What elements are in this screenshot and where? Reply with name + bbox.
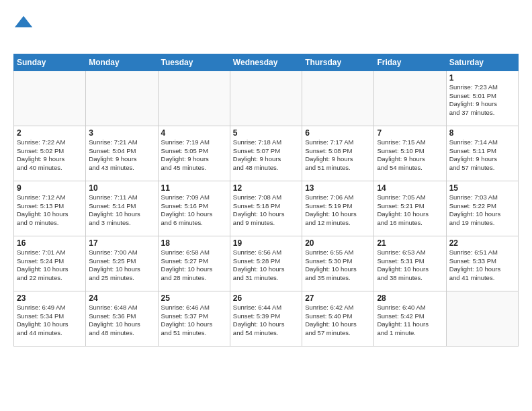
day-info: Sunrise: 7:21 AM Sunset: 5:04 PM Dayligh… <box>89 138 154 173</box>
day-number: 2 <box>17 128 83 138</box>
weekday-header-tuesday: Tuesday <box>158 54 230 71</box>
page-header <box>13 11 519 46</box>
day-number: 25 <box>161 293 227 303</box>
day-info: Sunrise: 6:58 AM Sunset: 5:27 PM Dayligh… <box>161 248 227 283</box>
calendar: SundayMondayTuesdayWednesdayThursdayFrid… <box>13 54 519 347</box>
day-info: Sunrise: 7:17 AM Sunset: 5:08 PM Dayligh… <box>305 138 371 173</box>
day-number: 12 <box>233 183 299 193</box>
calendar-cell <box>446 291 518 346</box>
calendar-cell: 28Sunrise: 6:40 AM Sunset: 5:42 PM Dayli… <box>374 291 446 346</box>
day-info: Sunrise: 7:05 AM Sunset: 5:21 PM Dayligh… <box>377 193 443 228</box>
day-info: Sunrise: 7:18 AM Sunset: 5:07 PM Dayligh… <box>233 138 299 173</box>
day-info: Sunrise: 7:12 AM Sunset: 5:13 PM Dayligh… <box>17 193 83 228</box>
calendar-cell: 8Sunrise: 7:14 AM Sunset: 5:11 PM Daylig… <box>446 126 518 181</box>
day-number: 19 <box>233 238 299 248</box>
calendar-cell: 21Sunrise: 6:53 AM Sunset: 5:31 PM Dayli… <box>374 236 446 291</box>
day-number: 11 <box>161 183 227 193</box>
calendar-cell: 6Sunrise: 7:17 AM Sunset: 5:08 PM Daylig… <box>302 126 374 181</box>
logo <box>13 13 34 46</box>
day-number: 8 <box>449 128 515 138</box>
day-number: 22 <box>449 238 515 248</box>
day-number: 6 <box>305 128 371 138</box>
week-row-5: 23Sunrise: 6:49 AM Sunset: 5:34 PM Dayli… <box>14 291 519 346</box>
day-number: 27 <box>305 293 371 303</box>
day-info: Sunrise: 7:15 AM Sunset: 5:10 PM Dayligh… <box>377 138 443 173</box>
calendar-cell: 26Sunrise: 6:44 AM Sunset: 5:39 PM Dayli… <box>230 291 302 346</box>
day-info: Sunrise: 6:44 AM Sunset: 5:39 PM Dayligh… <box>233 304 299 338</box>
calendar-cell <box>158 71 230 126</box>
weekday-header-wednesday: Wednesday <box>230 54 302 71</box>
calendar-cell: 24Sunrise: 6:48 AM Sunset: 5:36 PM Dayli… <box>86 291 158 346</box>
day-info: Sunrise: 7:19 AM Sunset: 5:05 PM Dayligh… <box>161 138 227 173</box>
calendar-cell <box>230 71 302 126</box>
day-info: Sunrise: 7:09 AM Sunset: 5:16 PM Dayligh… <box>161 193 227 228</box>
calendar-cell: 20Sunrise: 6:55 AM Sunset: 5:30 PM Dayli… <box>302 236 374 291</box>
calendar-cell <box>14 71 86 126</box>
week-row-4: 16Sunrise: 7:01 AM Sunset: 5:24 PM Dayli… <box>14 236 519 291</box>
day-number: 20 <box>305 238 371 248</box>
weekday-header-thursday: Thursday <box>302 54 374 71</box>
calendar-cell: 27Sunrise: 6:42 AM Sunset: 5:40 PM Dayli… <box>302 291 374 346</box>
day-number: 15 <box>449 183 515 193</box>
day-number: 17 <box>89 238 154 248</box>
day-info: Sunrise: 6:42 AM Sunset: 5:40 PM Dayligh… <box>305 304 371 338</box>
day-info: Sunrise: 6:55 AM Sunset: 5:30 PM Dayligh… <box>305 248 371 283</box>
day-number: 7 <box>377 128 443 138</box>
day-info: Sunrise: 7:06 AM Sunset: 5:19 PM Dayligh… <box>305 193 371 228</box>
day-info: Sunrise: 6:40 AM Sunset: 5:42 PM Dayligh… <box>377 304 443 338</box>
weekday-header-friday: Friday <box>374 54 446 71</box>
calendar-cell: 1Sunrise: 7:23 AM Sunset: 5:01 PM Daylig… <box>446 71 518 126</box>
day-info: Sunrise: 6:46 AM Sunset: 5:37 PM Dayligh… <box>161 304 227 338</box>
day-info: Sunrise: 6:51 AM Sunset: 5:33 PM Dayligh… <box>449 248 515 283</box>
day-info: Sunrise: 7:23 AM Sunset: 5:01 PM Dayligh… <box>449 83 515 118</box>
day-number: 23 <box>17 293 83 303</box>
calendar-cell: 25Sunrise: 6:46 AM Sunset: 5:37 PM Dayli… <box>158 291 230 346</box>
calendar-cell: 16Sunrise: 7:01 AM Sunset: 5:24 PM Dayli… <box>14 236 86 291</box>
calendar-cell: 10Sunrise: 7:11 AM Sunset: 5:14 PM Dayli… <box>86 181 158 236</box>
calendar-cell: 14Sunrise: 7:05 AM Sunset: 5:21 PM Dayli… <box>374 181 446 236</box>
day-number: 24 <box>89 293 154 303</box>
day-info: Sunrise: 7:00 AM Sunset: 5:25 PM Dayligh… <box>89 248 154 283</box>
calendar-cell <box>374 71 446 126</box>
calendar-cell: 19Sunrise: 6:56 AM Sunset: 5:28 PM Dayli… <box>230 236 302 291</box>
day-info: Sunrise: 6:49 AM Sunset: 5:34 PM Dayligh… <box>17 304 83 338</box>
day-info: Sunrise: 7:14 AM Sunset: 5:11 PM Dayligh… <box>449 138 515 173</box>
day-number: 16 <box>17 238 83 248</box>
day-info: Sunrise: 6:48 AM Sunset: 5:36 PM Dayligh… <box>89 304 154 338</box>
calendar-cell: 7Sunrise: 7:15 AM Sunset: 5:10 PM Daylig… <box>374 126 446 181</box>
calendar-cell: 12Sunrise: 7:08 AM Sunset: 5:18 PM Dayli… <box>230 181 302 236</box>
day-number: 26 <box>233 293 299 303</box>
day-info: Sunrise: 6:53 AM Sunset: 5:31 PM Dayligh… <box>377 248 443 283</box>
calendar-cell: 11Sunrise: 7:09 AM Sunset: 5:16 PM Dayli… <box>158 181 230 236</box>
calendar-cell: 4Sunrise: 7:19 AM Sunset: 5:05 PM Daylig… <box>158 126 230 181</box>
weekday-header-sunday: Sunday <box>14 54 86 71</box>
weekday-header-row: SundayMondayTuesdayWednesdayThursdayFrid… <box>14 54 519 71</box>
calendar-cell <box>86 71 158 126</box>
day-number: 21 <box>377 238 443 248</box>
calendar-cell: 23Sunrise: 6:49 AM Sunset: 5:34 PM Dayli… <box>14 291 86 346</box>
weekday-header-monday: Monday <box>86 54 158 71</box>
day-info: Sunrise: 7:03 AM Sunset: 5:22 PM Dayligh… <box>449 193 515 228</box>
calendar-cell <box>302 71 374 126</box>
day-number: 18 <box>161 238 227 248</box>
calendar-cell: 5Sunrise: 7:18 AM Sunset: 5:07 PM Daylig… <box>230 126 302 181</box>
week-row-3: 9Sunrise: 7:12 AM Sunset: 5:13 PM Daylig… <box>14 181 519 236</box>
calendar-cell: 13Sunrise: 7:06 AM Sunset: 5:19 PM Dayli… <box>302 181 374 236</box>
weekday-header-saturday: Saturday <box>446 54 518 71</box>
day-number: 28 <box>377 293 443 303</box>
calendar-cell: 3Sunrise: 7:21 AM Sunset: 5:04 PM Daylig… <box>86 126 158 181</box>
day-number: 4 <box>161 128 227 138</box>
logo-icon <box>15 13 34 32</box>
day-number: 14 <box>377 183 443 193</box>
calendar-cell: 22Sunrise: 6:51 AM Sunset: 5:33 PM Dayli… <box>446 236 518 291</box>
day-number: 5 <box>233 128 299 138</box>
week-row-2: 2Sunrise: 7:22 AM Sunset: 5:02 PM Daylig… <box>14 126 519 181</box>
day-number: 10 <box>89 183 154 193</box>
week-row-1: 1Sunrise: 7:23 AM Sunset: 5:01 PM Daylig… <box>14 71 519 126</box>
day-number: 9 <box>17 183 83 193</box>
svg-marker-0 <box>15 16 32 28</box>
day-info: Sunrise: 7:08 AM Sunset: 5:18 PM Dayligh… <box>233 193 299 228</box>
day-number: 13 <box>305 183 371 193</box>
calendar-cell: 15Sunrise: 7:03 AM Sunset: 5:22 PM Dayli… <box>446 181 518 236</box>
day-info: Sunrise: 6:56 AM Sunset: 5:28 PM Dayligh… <box>233 248 299 283</box>
